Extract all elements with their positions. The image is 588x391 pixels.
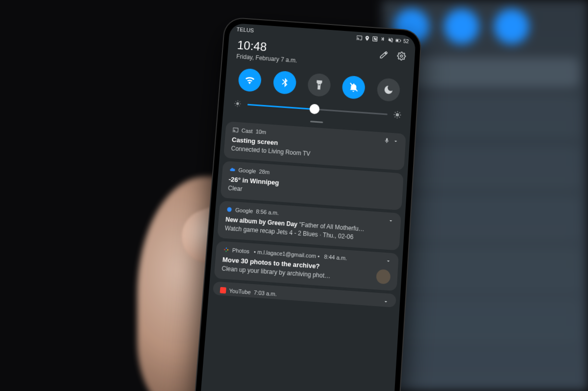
mute-icon	[388, 37, 394, 43]
notif-time: 28m	[259, 169, 270, 176]
svg-line-10	[235, 101, 236, 102]
night-mode-toggle[interactable]	[376, 78, 400, 102]
notif-app: Google	[235, 207, 253, 214]
chevron-down-icon[interactable]	[388, 218, 394, 224]
chevron-down-icon[interactable]	[392, 138, 399, 144]
location-icon	[364, 35, 370, 42]
notif-app: Google	[238, 167, 256, 175]
notif-time: 7:03 a.m.	[254, 289, 277, 297]
bluetooth-icon	[279, 77, 291, 88]
brightness-fill	[247, 104, 315, 110]
chevron-down-icon[interactable]	[383, 298, 389, 305]
bluetooth-status-icon	[380, 36, 386, 43]
google-icon	[226, 207, 232, 213]
brightness-low-icon	[233, 100, 242, 108]
phone-screen: TELUS 52 10:48 Friday, February 7 a.m.	[198, 23, 416, 391]
bluetooth-toggle[interactable]	[272, 70, 297, 95]
svg-point-5	[236, 102, 239, 105]
photos-icon	[223, 246, 229, 253]
scene-background: TELUS 52 10:48 Friday, February 7 a.m.	[0, 0, 588, 391]
chevron-down-icon[interactable]	[385, 258, 392, 264]
brightness-thumb[interactable]	[309, 104, 320, 114]
brightness-high-icon	[393, 110, 401, 119]
notif-app: Photos	[232, 247, 249, 254]
moon-icon	[383, 84, 394, 96]
cast-status-icon	[356, 35, 363, 41]
notif-time: 8:44 a.m.	[324, 253, 347, 261]
svg-rect-2	[396, 40, 398, 42]
svg-line-19	[395, 112, 395, 113]
svg-point-3	[400, 55, 403, 57]
nfc-icon	[372, 36, 378, 42]
notification-list: Cast 10m Casting screen Connected to Liv…	[209, 121, 410, 308]
battery-percent: 52	[403, 38, 409, 44]
notif-account: • m.l.lagace1@gmail.com •	[252, 248, 321, 259]
svg-line-22	[399, 112, 400, 113]
edit-icon[interactable]	[379, 50, 389, 59]
svg-line-13	[240, 102, 240, 102]
notif-app: YouTube	[229, 287, 251, 295]
brightness-track[interactable]	[247, 104, 388, 115]
wifi-toggle[interactable]	[238, 68, 262, 93]
notif-time: 10m	[255, 129, 267, 135]
bell-off-icon	[348, 81, 360, 93]
wifi-icon	[244, 74, 256, 86]
mic-icon[interactable]	[384, 137, 390, 144]
svg-line-20	[399, 117, 399, 118]
svg-rect-1	[400, 40, 401, 42]
carrier-label: TELUS	[236, 26, 254, 33]
flashlight-toggle[interactable]	[307, 73, 331, 97]
svg-point-14	[395, 113, 399, 116]
battery-icon	[395, 37, 402, 44]
flashlight-icon	[314, 79, 325, 91]
phone-frame: TELUS 52 10:48 Friday, February 7 a.m.	[193, 18, 421, 391]
youtube-icon	[220, 287, 226, 293]
svg-line-12	[235, 105, 236, 105]
notif-time: 8:56 a.m.	[256, 209, 279, 216]
notif-app: Cast	[241, 128, 253, 134]
cloud-icon	[229, 166, 236, 173]
panel-drag-handle[interactable]	[310, 121, 323, 123]
mute-toggle[interactable]	[342, 75, 366, 100]
svg-point-23	[227, 207, 232, 212]
svg-line-21	[394, 117, 395, 118]
svg-line-11	[239, 105, 240, 106]
gear-icon[interactable]	[397, 52, 406, 61]
cast-icon	[232, 127, 239, 133]
